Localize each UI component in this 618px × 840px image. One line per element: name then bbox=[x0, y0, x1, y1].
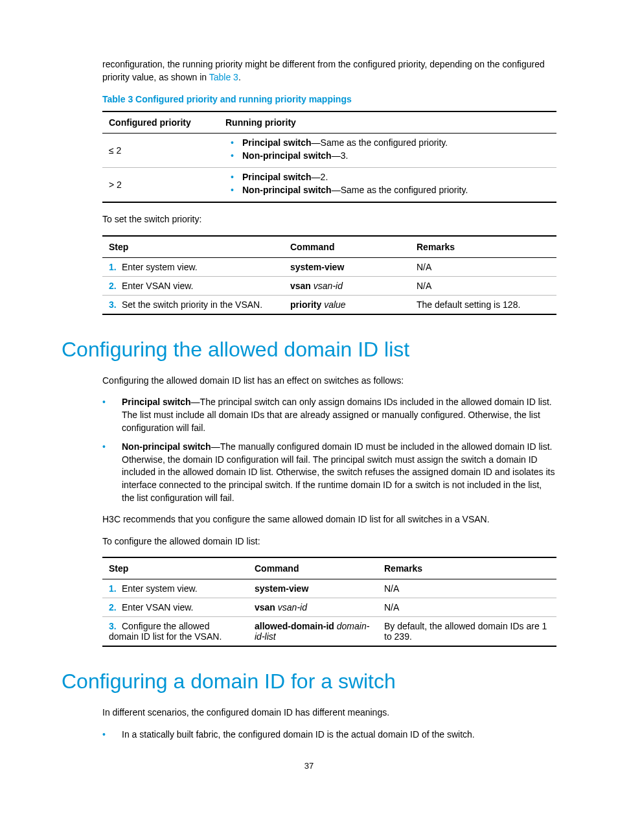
t3-header-running: Running priority bbox=[219, 111, 556, 134]
list-item: Non-principal switch—The manually config… bbox=[102, 441, 556, 504]
step-number: 1. bbox=[109, 583, 122, 594]
steps-table-1: Step Command Remarks 1.Enter system view… bbox=[102, 235, 556, 315]
s1-h-command: Command bbox=[284, 236, 410, 258]
heading-allowed-domain-id: Configuring the allowed domain ID list bbox=[62, 338, 556, 362]
page-content: reconfiguration, the running priority mi… bbox=[0, 0, 618, 810]
s2-h-command: Command bbox=[248, 557, 378, 579]
t3-header-configured: Configured priority bbox=[102, 111, 219, 134]
bullet-text: In a statically built fabric, the config… bbox=[122, 729, 475, 740]
sectb-p1: In different scenarios, the configured d… bbox=[102, 706, 556, 719]
t3-r2-a-rest: —2. bbox=[312, 172, 328, 182]
t3-r2-cp: > 2 bbox=[102, 168, 219, 203]
table-row: 1.Enter system view. system-view N/A bbox=[102, 257, 556, 276]
t3-r2-rp: Principal switch—2. Non-principal switch… bbox=[219, 168, 556, 203]
command-bold: vsan bbox=[290, 281, 311, 291]
t3-r1-a-bold: Principal switch bbox=[242, 137, 312, 148]
command-arg: value bbox=[324, 299, 345, 310]
step-number: 1. bbox=[109, 262, 122, 272]
secta-bullets: Principal switch—The principal switch ca… bbox=[102, 396, 556, 504]
step-text: Configure the allowed domain ID list for… bbox=[109, 621, 222, 642]
step-number: 3. bbox=[109, 621, 122, 631]
table-3-caption: Table 3 Configured priority and running … bbox=[102, 94, 556, 104]
step-text: Set the switch priority in the VSAN. bbox=[122, 299, 262, 310]
table-row: 2.Enter VSAN view. vsan vsan-id N/A bbox=[102, 276, 556, 295]
table-row: 1.Enter system view. system-view N/A bbox=[102, 579, 556, 598]
intro-text-b: . bbox=[238, 72, 241, 82]
heading-domain-id-switch: Configuring a domain ID for a switch bbox=[62, 670, 556, 694]
steps-table-2: Step Command Remarks 1.Enter system view… bbox=[102, 557, 556, 647]
command-bold: priority bbox=[290, 299, 321, 310]
remarks: The default setting is 128. bbox=[410, 295, 556, 314]
t3-r1-a-rest: —Same as the configured priority. bbox=[312, 137, 448, 148]
table-row: > 2 Principal switch—2. Non-principal sw… bbox=[102, 168, 556, 203]
command-bold: vsan bbox=[255, 602, 275, 612]
table-row: ≤ 2 Principal switch—Same as the configu… bbox=[102, 134, 556, 168]
step-text: Enter VSAN view. bbox=[122, 602, 194, 612]
s2-h-step: Step bbox=[102, 557, 248, 579]
list-item: Principal switch—The principal switch ca… bbox=[102, 396, 556, 434]
t3-r2-b-bold: Non-principal switch bbox=[242, 185, 332, 195]
command-bold: system-view bbox=[290, 262, 344, 272]
step-number: 2. bbox=[109, 602, 122, 612]
command-bold: allowed-domain-id bbox=[255, 621, 334, 631]
s1-h-step: Step bbox=[102, 236, 284, 258]
step-number: 3. bbox=[109, 299, 122, 310]
table-3-link[interactable]: Table 3 bbox=[209, 72, 238, 82]
secta-p2: H3C recommends that you configure the sa… bbox=[102, 513, 556, 526]
list-item: In a statically built fabric, the config… bbox=[102, 729, 556, 741]
command-arg: vsan-id bbox=[314, 281, 343, 291]
page-number: 37 bbox=[62, 761, 556, 771]
t3-r1-cp: ≤ 2 bbox=[102, 134, 219, 168]
remarks: By default, the allowed domain IDs are 1… bbox=[378, 617, 556, 647]
table-row: 3.Configure the allowed domain ID list f… bbox=[102, 617, 556, 647]
steps1-intro: To set the switch priority: bbox=[102, 213, 556, 226]
remarks: N/A bbox=[410, 257, 556, 276]
sectb-bullets: In a statically built fabric, the config… bbox=[102, 729, 556, 741]
step-text: Enter system view. bbox=[122, 262, 198, 272]
bullet-bold: Principal switch bbox=[122, 397, 191, 407]
bullet-bold: Non-principal switch bbox=[122, 441, 211, 452]
s2-h-remarks: Remarks bbox=[378, 557, 556, 579]
t3-r1-b-rest: —3. bbox=[332, 150, 349, 161]
s1-h-remarks: Remarks bbox=[410, 236, 556, 258]
step-text: Enter VSAN view. bbox=[122, 281, 194, 291]
intro-paragraph: reconfiguration, the running priority mi… bbox=[102, 58, 556, 84]
step-text: Enter system view. bbox=[122, 583, 198, 594]
t3-r2-a-bold: Principal switch bbox=[242, 172, 312, 182]
table-row: 2.Enter VSAN view. vsan vsan-id N/A bbox=[102, 598, 556, 617]
intro-text-a: reconfiguration, the running priority mi… bbox=[102, 59, 545, 82]
step-number: 2. bbox=[109, 281, 122, 291]
secta-p1: Configuring the allowed domain ID list h… bbox=[102, 375, 556, 388]
remarks: N/A bbox=[410, 276, 556, 295]
t3-r2-b-rest: —Same as the configured priority. bbox=[332, 185, 468, 195]
remarks: N/A bbox=[378, 598, 556, 617]
command-bold: system-view bbox=[255, 583, 308, 594]
table-3: Configured priority Running priority ≤ 2… bbox=[102, 111, 556, 203]
table-row: 3.Set the switch priority in the VSAN. p… bbox=[102, 295, 556, 314]
remarks: N/A bbox=[378, 579, 556, 598]
t3-r1-rp: Principal switch—Same as the configured … bbox=[219, 134, 556, 168]
secta-p3: To configure the allowed domain ID list: bbox=[102, 535, 556, 548]
t3-r1-b-bold: Non-principal switch bbox=[242, 150, 332, 161]
command-arg: vsan-id bbox=[278, 602, 307, 612]
